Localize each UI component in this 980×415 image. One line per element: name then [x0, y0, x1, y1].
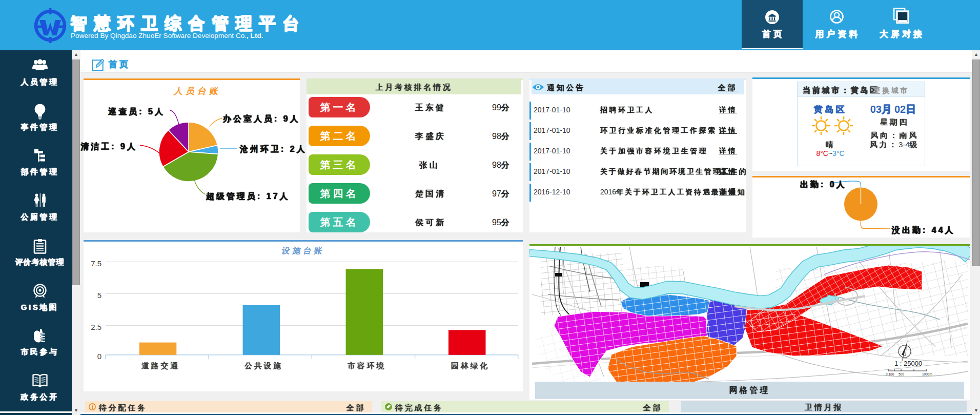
svg-text:0 100: 0 100 — [886, 372, 894, 376]
svg-text:1 : 25000: 1 : 25000 — [894, 360, 922, 367]
svg-text:500: 500 — [899, 372, 904, 376]
svg-text:1000m: 1000m — [922, 372, 932, 376]
